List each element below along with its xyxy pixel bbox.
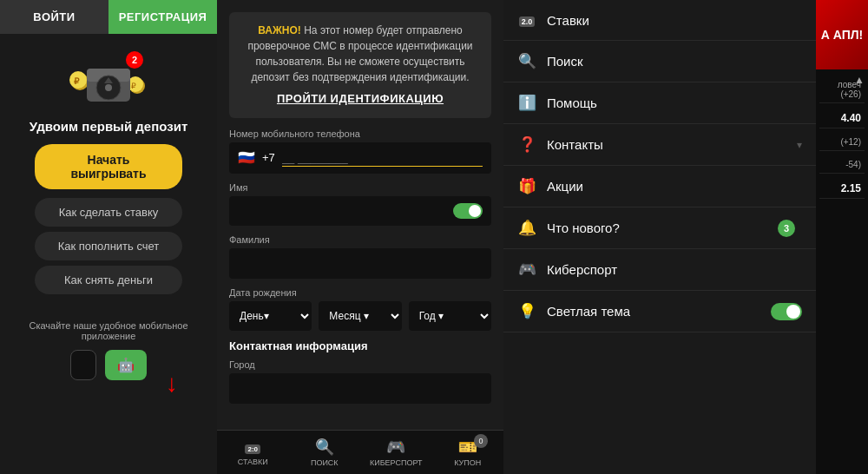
app-download: Скачайте наше удобное мобильное приложен… bbox=[0, 320, 217, 380]
nav-poisk-label: ПОИСК bbox=[311, 458, 339, 467]
kibersport-icon: 🎮 bbox=[386, 438, 405, 457]
odds-row-4: 2.15 bbox=[819, 179, 865, 199]
nav-poisk[interactable]: 🔍 ПОИСК bbox=[289, 431, 361, 474]
surname-field: Фамилия bbox=[229, 234, 491, 279]
android-app-button[interactable]: 🤖 bbox=[105, 350, 147, 380]
theme-toggle[interactable] bbox=[771, 303, 802, 320]
help-menu-icon: ℹ️ bbox=[517, 94, 536, 112]
odds-value-4: 2.15 bbox=[841, 182, 861, 194]
search-icon: 🔍 bbox=[315, 438, 334, 457]
menu-item-poisk[interactable]: 🔍 Поиск bbox=[503, 41, 816, 82]
city-field: Город bbox=[229, 359, 491, 404]
nav-stavki[interactable]: 2:0 СТАВКИ bbox=[217, 431, 289, 474]
menu-label-esports: Киберспорт bbox=[547, 262, 802, 277]
wallet-area: ₽ ₽ 2 Удвоим первый депозит Начать выигр… bbox=[13, 34, 204, 308]
birthdate-label: Дата рождения bbox=[229, 287, 491, 298]
phone-field: Номер мобильного телефона 🇷🇺 +7 bbox=[229, 128, 491, 174]
svg-text:₽: ₽ bbox=[131, 82, 136, 90]
menu-label-help: Помощь bbox=[547, 95, 802, 110]
name-field: Имя bbox=[229, 182, 491, 226]
name-input-row bbox=[229, 196, 491, 226]
stavki-menu-icon: 2.0 bbox=[517, 11, 536, 29]
android-icon: 🤖 bbox=[117, 357, 135, 373]
menu-item-promo[interactable]: 🎁 Акции bbox=[503, 166, 816, 207]
name-toggle[interactable] bbox=[453, 203, 483, 219]
phone-number-input[interactable] bbox=[282, 149, 483, 167]
theme-menu-icon: 💡 bbox=[517, 302, 536, 320]
important-notice: ВАЖНО! На этот номер будет отправлено пр… bbox=[229, 12, 491, 118]
menu-item-esports[interactable]: 🎮 Киберспорт bbox=[503, 249, 816, 291]
nav-kibersport[interactable]: 🎮 КИБЕРСПОРТ bbox=[360, 431, 432, 474]
login-button[interactable]: ВОЙТИ bbox=[0, 0, 108, 34]
right-panel: 2.0 Ставки 🔍 Поиск ℹ️ Помощь ❓ Контакты … bbox=[503, 0, 816, 474]
ios-app-button[interactable] bbox=[70, 350, 96, 380]
contact-section-title: Контактная информация bbox=[229, 339, 491, 352]
surname-label: Фамилия bbox=[229, 234, 491, 245]
phone-flag: 🇷🇺 bbox=[238, 149, 255, 166]
far-right-panel: А АПЛ! ▲ ловеч (+26) 4.40 (+12) -54) 2.1… bbox=[816, 0, 868, 474]
name-label: Имя bbox=[229, 182, 491, 193]
phone-input-row: 🇷🇺 +7 bbox=[229, 142, 491, 174]
menu-item-theme[interactable]: 💡 Светлая тема bbox=[503, 291, 816, 332]
how-to-deposit-button[interactable]: Как пополнить счет bbox=[35, 232, 182, 260]
scroll-up-icon[interactable]: ▲ bbox=[854, 74, 865, 86]
surname-input[interactable] bbox=[229, 248, 491, 279]
search-menu-icon: 🔍 bbox=[517, 52, 536, 70]
far-right-banner: А АПЛ! bbox=[816, 0, 868, 69]
form-container: ВАЖНО! На этот номер будет отправлено пр… bbox=[217, 0, 503, 430]
phone-code: +7 bbox=[262, 151, 275, 164]
banner-text: А АПЛ! bbox=[821, 28, 863, 42]
app-buttons: 🤖 ↓ bbox=[9, 350, 208, 380]
menu-label-poisk: Поиск bbox=[547, 54, 802, 69]
start-winning-button[interactable]: Начать выигрывать bbox=[35, 144, 182, 189]
stavki-icon: 2:0 bbox=[245, 438, 260, 456]
wallet-icon: ₽ ₽ 2 bbox=[69, 51, 148, 112]
news-menu-icon: 🔔 bbox=[517, 219, 536, 237]
how-to-bet-button[interactable]: Как сделать ставку bbox=[35, 198, 182, 227]
nav-kibersport-label: КИБЕРСПОРТ bbox=[370, 458, 423, 467]
odds-label-3: -54) bbox=[845, 160, 861, 169]
menu-label-promo: Акции bbox=[547, 179, 802, 194]
day-select[interactable]: День▾ bbox=[229, 301, 312, 331]
odds-row-3: -54) bbox=[819, 156, 865, 174]
odds-row-1: 4.40 bbox=[819, 109, 865, 128]
badge-20: 2.0 bbox=[519, 16, 536, 27]
menu-list: 2.0 Ставки 🔍 Поиск ℹ️ Помощь ❓ Контакты … bbox=[503, 0, 816, 474]
menu-item-news[interactable]: 🔔 Что нового? 3 bbox=[503, 207, 816, 249]
bottom-nav: 2:0 СТАВКИ 🔍 ПОИСК 🎮 КИБЕРСПОРТ 🎫 0 КУПО… bbox=[217, 430, 503, 474]
kupon-badge: 0 bbox=[474, 434, 488, 448]
middle-panel: ВАЖНО! На этот номер будет отправлено пр… bbox=[217, 0, 503, 474]
arrow-down-icon: ↓ bbox=[166, 370, 178, 398]
menu-label-contacts: Контакты bbox=[547, 137, 797, 152]
city-label: Город bbox=[229, 359, 491, 370]
odds-value-1: 4.40 bbox=[841, 112, 861, 124]
menu-item-contacts[interactable]: ❓ Контакты ▾ bbox=[503, 124, 816, 166]
top-buttons: ВОЙТИ РЕГИСТРАЦИЯ bbox=[0, 0, 217, 34]
notice-link[interactable]: ПРОЙТИ ИДЕНТИФИКАЦИЮ bbox=[240, 90, 481, 108]
menu-label-theme: Светлая тема bbox=[547, 304, 771, 319]
far-right-odds: ловеч (+26) 4.40 (+12) -54) 2.15 bbox=[816, 69, 868, 206]
svg-text:₽: ₽ bbox=[74, 76, 80, 86]
wallet-badge: 2 bbox=[126, 51, 143, 69]
city-input[interactable] bbox=[229, 373, 491, 404]
menu-label-stavki: Ставки bbox=[547, 13, 802, 28]
promo-text: Удвоим первый депозит bbox=[30, 119, 187, 134]
odds-row-2: (+12) bbox=[819, 134, 865, 151]
phone-label: Номер мобильного телефона bbox=[229, 128, 491, 139]
contacts-arrow-icon: ▾ bbox=[797, 139, 802, 151]
register-button[interactable]: РЕГИСТРАЦИЯ bbox=[108, 0, 217, 34]
svg-point-11 bbox=[105, 84, 112, 91]
menu-label-news: Что нового? bbox=[547, 221, 778, 235]
nav-kupon[interactable]: 🎫 0 КУПОН bbox=[432, 431, 504, 474]
esports-menu-icon: 🎮 bbox=[517, 260, 536, 279]
date-row: День▾ Месяц ▾ Год ▾ bbox=[229, 301, 491, 331]
menu-item-help[interactable]: ℹ️ Помощь bbox=[503, 82, 816, 124]
app-download-text: Скачайте наше удобное мобильное приложен… bbox=[9, 320, 208, 341]
name-input[interactable] bbox=[238, 204, 453, 217]
left-panel: ВОЙТИ РЕГИСТРАЦИЯ ₽ ₽ bbox=[0, 0, 217, 474]
month-select[interactable]: Месяц ▾ bbox=[319, 301, 401, 331]
menu-item-stavki[interactable]: 2.0 Ставки bbox=[503, 0, 816, 41]
year-select[interactable]: Год ▾ bbox=[409, 301, 491, 331]
how-to-withdraw-button[interactable]: Как снять деньги bbox=[35, 266, 182, 294]
contacts-menu-icon: ❓ bbox=[517, 135, 536, 154]
